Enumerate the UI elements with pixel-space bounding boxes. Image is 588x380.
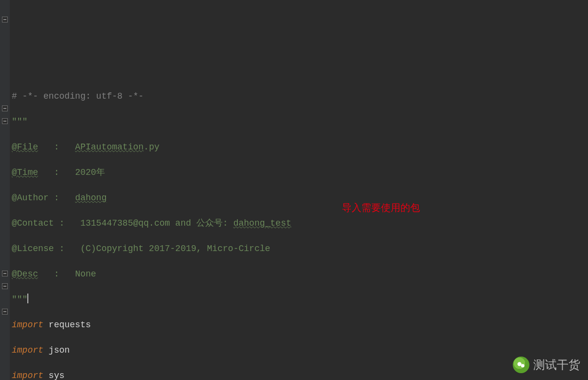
watermark: 测试干货 bbox=[513, 357, 580, 373]
fold-icon[interactable] bbox=[2, 271, 8, 276]
code-line: @License : (C)Copyright 2017-2019, Micro… bbox=[12, 242, 588, 255]
svg-point-0 bbox=[518, 362, 522, 366]
fold-icon[interactable] bbox=[2, 309, 8, 315]
wechat-icon bbox=[513, 357, 529, 373]
fold-icon[interactable] bbox=[2, 283, 8, 289]
code-line: @Author : dahong bbox=[12, 191, 588, 204]
code-line: @Time : 2020年 bbox=[12, 166, 588, 179]
code-editor[interactable]: # -*- encoding: utf-8 -*- """ @File : AP… bbox=[0, 76, 588, 380]
code-line: """ bbox=[12, 293, 588, 306]
code-line: @Contact : 1315447385@qq.com and 公众号: da… bbox=[12, 217, 588, 230]
code-line: @Desc : None bbox=[12, 268, 588, 280]
fold-icon[interactable] bbox=[2, 118, 8, 124]
gutter bbox=[0, 0, 10, 380]
code-line: import sys bbox=[12, 369, 588, 380]
watermark-text: 测试干货 bbox=[533, 359, 580, 371]
code-line: import json bbox=[12, 344, 588, 357]
svg-point-1 bbox=[521, 364, 525, 367]
fold-icon[interactable] bbox=[2, 17, 8, 22]
text-cursor bbox=[27, 294, 28, 303]
code-line: """ bbox=[12, 115, 588, 128]
code-line: @File : APIautomation.py bbox=[12, 141, 588, 153]
code-line: import requests bbox=[12, 318, 588, 331]
annotation-label: 导入需要使用的包 bbox=[342, 201, 420, 214]
code-line: # -*- encoding: utf-8 -*- bbox=[12, 90, 588, 103]
fold-icon[interactable] bbox=[2, 106, 8, 111]
